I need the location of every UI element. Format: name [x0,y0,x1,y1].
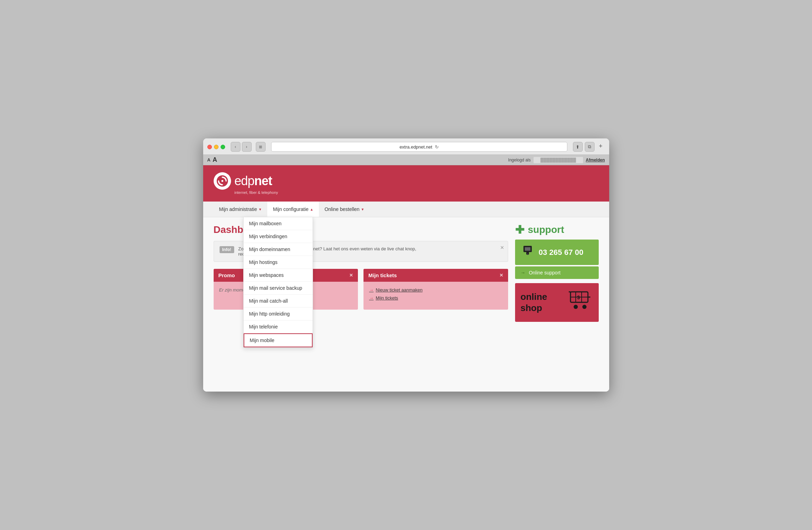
new-ticket-link[interactable]: → Nieuw ticket aanmaken [369,287,503,293]
site-content: edpnet internet, fiber & telephony Mijn … [203,165,609,392]
dropdown-hostings[interactable]: Mijn hostings [244,256,313,269]
logo-area: edpnet internet, fiber & telephony [214,172,278,195]
online-support-arrow-icon: → [521,270,526,275]
info-label: Info! [220,246,234,253]
new-tab-button[interactable]: ⧉ [585,142,595,152]
dropdown-http-omleiding[interactable]: Mijn http omleiding [244,308,313,320]
dropdown-mail-catch-all[interactable]: Mijn mail catch-all [244,295,313,308]
tickets-widget-header: Mijn tickets ✕ [363,269,508,282]
font-controls: A A [207,156,217,164]
dropdown-mail-service-backup[interactable]: Mijn mail service backup [244,282,313,295]
online-support-box[interactable]: → Online support [515,266,599,279]
dropdown-webspaces[interactable]: Mijn webspaces [244,269,313,282]
maximize-button[interactable] [221,145,225,149]
logo-edp: edp [235,174,254,188]
browser-window: ‹ › ⊞ extra.edpnet.net ↻ ⬆ ⧉ + A A Ingel… [203,138,609,392]
promo-close-button[interactable]: ✕ [349,273,353,278]
logged-in-label: Ingelogd als [508,158,531,162]
content-sidebar: ✚ support 03 [515,224,599,322]
nav-label-configuratie: Mijn configuratie [273,206,308,212]
tickets-widget-body: → Nieuw ticket aanmaken → Mijn tickets [363,282,508,310]
my-tickets-label: Mijn tickets [376,295,398,301]
logo-svg [216,175,229,187]
logo-tagline: internet, fiber & telephony [235,190,278,195]
afmelden-link[interactable]: Afmelden [586,158,605,162]
nav-item-bestellen[interactable]: Online bestellen ▼ [319,202,370,217]
my-tickets-arrow-icon: → [369,295,374,301]
nav-arrow-bestellen: ▼ [361,207,365,211]
logo-text: edpnet [235,174,272,188]
new-ticket-label: Nieuw ticket aanmaken [376,287,422,293]
address-bar[interactable]: extra.edpnet.net ↻ [271,142,567,152]
dropdown-telefonie[interactable]: Mijn telefonie [244,320,313,333]
nav-label-bestellen: Online bestellen [324,206,359,212]
phone-svg [521,244,535,258]
dropdown-mailboxen[interactable]: Mijn mailboxen [244,217,313,230]
minimize-button[interactable] [214,145,219,149]
shopping-cart-icon: $ [569,290,593,315]
phone-number: 03 265 67 00 [539,248,583,257]
dropdown-verbindingen[interactable]: Mijn verbindingen [244,230,313,243]
online-support-label: Online support [529,270,560,275]
logo-icon [214,172,231,190]
svg-point-6 [527,253,528,255]
url-text: extra.edpnet.net [399,144,432,150]
tickets-title: Mijn tickets [368,272,397,278]
my-tickets-link[interactable]: → Mijn tickets [369,295,503,301]
online-shop-box[interactable]: onlineshop [515,283,599,322]
sidebar-toggle-button[interactable]: ⊞ [256,142,266,152]
font-large-button[interactable]: A [213,156,217,164]
accessibility-bar: A A Ingelogd als ████████████ Afmelden [203,155,609,165]
svg-point-1 [221,180,223,182]
support-title-area: ✚ support [515,224,599,235]
forward-button[interactable]: › [242,142,252,152]
share-button[interactable]: ⬆ [573,142,583,152]
reload-icon[interactable]: ↻ [435,144,439,150]
browser-chrome: ‹ › ⊞ extra.edpnet.net ↻ ⬆ ⧉ + [203,138,609,155]
nav-arrow-administratie: ▼ [258,207,262,211]
add-tab-button[interactable]: + [597,142,605,150]
svg-point-12 [582,305,587,309]
site-header: edpnet internet, fiber & telephony [203,165,609,202]
font-small-button[interactable]: A [207,157,210,162]
nav-item-configuratie[interactable]: Mijn configuratie ▲ [267,202,319,217]
logged-in-user: ████████████ [534,157,583,163]
dropdown-menu: Mijn mailboxen Mijn verbindingen Mijn do… [243,217,313,348]
dropdown-domeinnamen[interactable]: Mijn domeinnamen [244,243,313,256]
nav-arrow-configuratie: ▲ [310,207,313,211]
new-ticket-arrow-icon: → [369,287,374,293]
logo-net: net [254,174,272,188]
cart-svg: $ [569,290,593,311]
support-label: support [528,224,564,235]
traffic-lights [207,145,225,149]
phone-box: 03 265 67 00 [515,240,599,265]
shop-text: onlineshop [521,292,547,313]
svg-rect-3 [525,247,530,251]
back-button[interactable]: ‹ [231,142,240,152]
svg-text:$: $ [577,295,580,300]
tickets-close-button[interactable]: ✕ [499,273,503,278]
svg-point-11 [574,305,578,309]
close-button[interactable] [207,145,212,149]
promo-title: Promo [219,272,235,278]
nav-label-administratie: Mijn administratie [219,206,257,212]
site-nav: Mijn administratie ▼ Mijn configuratie ▲… [203,202,609,217]
dropdown-mobile[interactable]: Mijn mobile [244,333,313,347]
nav-item-administratie[interactable]: Mijn administratie ▼ [214,202,268,217]
support-plus-icon: ✚ [515,224,524,235]
info-close-button[interactable]: ✕ [500,245,504,250]
tickets-widget: Mijn tickets ✕ → Nieuw ticket aanmaken → [363,269,508,310]
phone-icon [521,244,535,261]
